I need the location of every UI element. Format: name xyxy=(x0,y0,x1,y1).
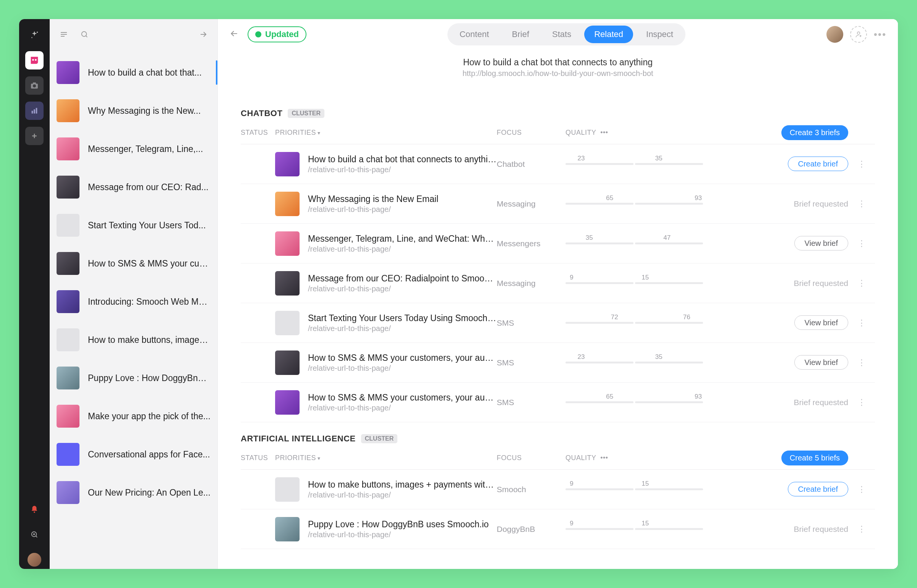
create-briefs-button[interactable]: Create 5 briefs xyxy=(781,451,848,465)
cluster-name: ARTIFICIAL INTELLIGENCE xyxy=(241,434,356,444)
row-title: Puppy Love : How DoggyBnB uses Smooch.io xyxy=(308,519,489,530)
zoom-icon[interactable] xyxy=(25,525,44,544)
sidebar-toolbar xyxy=(50,19,217,50)
tab-inspect[interactable]: Inspect xyxy=(636,26,683,43)
col-quality[interactable]: QUALITY ••• xyxy=(565,129,703,137)
row-more-icon[interactable]: ⋮ xyxy=(848,159,875,169)
sidebar-item[interactable]: Our New Pricing: An Open Le... xyxy=(50,473,217,512)
row-thumb xyxy=(275,271,300,296)
row-more-icon[interactable]: ⋮ xyxy=(848,239,875,249)
view-brief-button[interactable]: View brief xyxy=(794,236,848,250)
svg-point-10 xyxy=(34,512,35,513)
sparkle-icon[interactable] xyxy=(25,26,44,44)
svg-point-5 xyxy=(33,84,36,87)
col-focus: FOCUS xyxy=(497,454,565,462)
table-row[interactable]: Start Texting Your Users Today Using Smo… xyxy=(241,303,875,343)
row-more-icon[interactable]: ⋮ xyxy=(848,397,875,407)
status-dot-icon xyxy=(255,31,261,37)
row-focus: DoggyBnB xyxy=(497,525,565,534)
sidebar-item[interactable]: Message from our CEO: Rad... xyxy=(50,168,217,206)
row-thumb xyxy=(275,192,300,216)
page-title-block: How to build a chat bot that connects to… xyxy=(218,50,898,97)
add-user-button[interactable] xyxy=(850,26,867,43)
row-more-icon[interactable]: ⋮ xyxy=(848,524,875,534)
table-row[interactable]: How to SMS & MMS your customers, your au… xyxy=(241,383,875,422)
sidebar-item[interactable]: Why Messaging is the New... xyxy=(50,92,217,130)
row-focus: SMS xyxy=(497,358,565,367)
user-avatar[interactable] xyxy=(25,551,44,569)
cluster-header: ARTIFICIAL INTELLIGENCE CLUSTER xyxy=(241,434,875,444)
table-row[interactable]: Why Messaging is the New Email /relative… xyxy=(241,184,875,224)
row-more-icon[interactable]: ⋮ xyxy=(848,358,875,368)
sidebar-item[interactable]: How to SMS & MMS your cus... xyxy=(50,244,217,283)
create-brief-button[interactable]: Create brief xyxy=(788,157,849,171)
content-area: CHATBOT CLUSTER STATUS PRIORITIES FOCUS … xyxy=(218,97,898,569)
view-brief-button[interactable]: View brief xyxy=(794,355,848,370)
row-focus: Messaging xyxy=(497,199,565,208)
col-priorities[interactable]: PRIORITIES xyxy=(275,129,497,137)
row-focus: Messaging xyxy=(497,279,565,288)
tab-stats[interactable]: Stats xyxy=(542,26,581,43)
row-more-icon[interactable]: ⋮ xyxy=(848,199,875,209)
row-thumb xyxy=(275,517,300,541)
sidebar-thumb xyxy=(57,252,79,275)
tab-brief[interactable]: Brief xyxy=(502,26,539,43)
svg-rect-6 xyxy=(33,82,36,84)
menu-icon[interactable] xyxy=(57,28,70,41)
view-brief-button[interactable]: View brief xyxy=(794,315,848,330)
tabs: ContentBriefStatsRelatedInspect xyxy=(447,23,685,45)
camera-icon[interactable] xyxy=(25,76,44,95)
main-panel: Updated ContentBriefStatsRelatedInspect … xyxy=(218,19,898,569)
sidebar-item[interactable]: Conversational apps for Face... xyxy=(50,435,217,473)
row-thumb xyxy=(275,311,300,335)
column-headers: STATUS PRIORITIES FOCUS QUALITY ••• Crea… xyxy=(241,125,875,144)
row-title: How to make buttons, images + payments w… xyxy=(308,480,497,490)
sidebar-item[interactable]: How to build a chat bot that... xyxy=(50,53,217,92)
row-more-icon[interactable]: ⋮ xyxy=(848,485,875,494)
sidebar-item[interactable]: Puppy Love : How DoggyBnB... xyxy=(50,359,217,397)
sidebar-item-title: Start Texting Your Users Tod... xyxy=(88,220,206,231)
sidebar-thumb xyxy=(57,61,79,84)
tab-content[interactable]: Content xyxy=(450,26,499,43)
table-row[interactable]: Puppy Love : How DoggyBnB uses Smooch.io… xyxy=(241,509,875,549)
sidebar-item[interactable]: Introducing: Smooch Web Me... xyxy=(50,283,217,321)
header-right: ••• xyxy=(826,26,886,43)
col-quality[interactable]: QUALITY ••• xyxy=(565,454,703,462)
cluster-tag: CLUSTER xyxy=(361,434,398,443)
column-headers: STATUS PRIORITIES FOCUS QUALITY ••• Crea… xyxy=(241,451,875,470)
create-brief-button[interactable]: Create brief xyxy=(788,482,849,496)
row-url: /relative-url-to-this-page/ xyxy=(308,245,497,254)
table-row[interactable]: Message from our CEO: Radialpoint to Smo… xyxy=(241,263,875,303)
svg-rect-8 xyxy=(34,109,35,113)
sidebar-item[interactable]: Make your app the pick of the... xyxy=(50,397,217,435)
tab-related[interactable]: Related xyxy=(584,26,633,43)
quality-bars: 9 15 xyxy=(565,282,703,284)
row-more-icon[interactable]: ⋮ xyxy=(848,278,875,288)
app-badge[interactable] xyxy=(25,51,44,69)
sidebar-thumb xyxy=(57,176,79,199)
create-briefs-button[interactable]: Create 3 briefs xyxy=(781,125,848,140)
forward-icon[interactable] xyxy=(197,28,210,41)
sidebar-item[interactable]: Start Texting Your Users Tod... xyxy=(50,206,217,244)
table-row[interactable]: How to make buttons, images + payments w… xyxy=(241,470,875,509)
more-icon[interactable]: ••• xyxy=(874,29,886,40)
bell-icon[interactable] xyxy=(25,500,44,519)
row-more-icon[interactable]: ⋮ xyxy=(848,318,875,328)
back-icon[interactable] xyxy=(229,29,239,40)
table-row[interactable]: How to SMS & MMS your customers, your au… xyxy=(241,343,875,383)
sidebar: How to build a chat bot that... Why Mess… xyxy=(50,19,218,569)
search-icon[interactable] xyxy=(78,28,91,41)
sidebar-item[interactable]: Messenger, Telegram, Line,... xyxy=(50,130,217,168)
avatar[interactable] xyxy=(826,26,843,43)
status-pill[interactable]: Updated xyxy=(248,26,306,42)
sidebar-item-title: How to SMS & MMS your cus... xyxy=(88,258,211,269)
svg-point-12 xyxy=(82,32,87,37)
table-row[interactable]: Messenger, Telegram, Line, and WeChat: W… xyxy=(241,224,875,263)
col-priorities[interactable]: PRIORITIES xyxy=(275,454,497,462)
sidebar-item[interactable]: How to make buttons, images... xyxy=(50,321,217,359)
table-row[interactable]: How to build a chat bot that connects to… xyxy=(241,144,875,184)
col-focus: FOCUS xyxy=(497,129,565,137)
plus-icon[interactable] xyxy=(25,127,44,145)
analytics-icon[interactable] xyxy=(25,102,44,120)
main-header: Updated ContentBriefStatsRelatedInspect … xyxy=(218,19,898,50)
